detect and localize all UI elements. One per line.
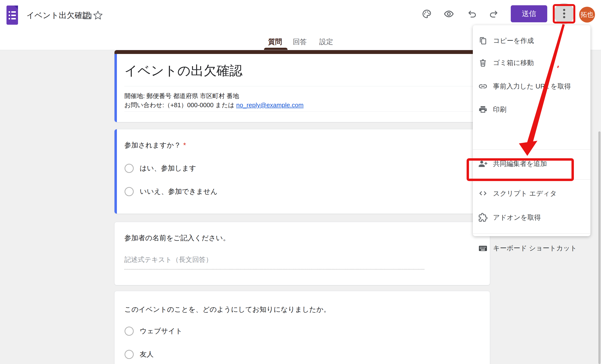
radio-option[interactable]: いいえ、参加できません [125, 187, 218, 196]
redo-icon [489, 9, 499, 19]
menu-divider [473, 233, 591, 234]
question-title: 参加されますか？* [124, 141, 186, 150]
tab-questions[interactable]: 質問 [268, 37, 282, 47]
menu-item-prefilled-url[interactable]: 事前入力した URL を取得 [473, 79, 591, 94]
google-forms-editor: イベント出欠確認 [0, 0, 601, 364]
radio-icon[interactable] [125, 164, 134, 173]
question-title: このイベントのことを、どのようにしてお知りになりましたか。 [124, 305, 331, 314]
annotation-box-script-editor [467, 158, 574, 181]
question-card-attendance[interactable]: 参加されますか？* はい、参加します いいえ、参加できません [114, 129, 490, 214]
tab-settings[interactable]: 設定 [319, 37, 333, 47]
tab-responses[interactable]: 回答 [293, 37, 307, 47]
redo-button[interactable] [489, 9, 499, 19]
radio-icon[interactable] [125, 326, 134, 336]
active-tab-underline [264, 48, 288, 50]
print-icon [478, 105, 488, 114]
code-icon [478, 189, 488, 198]
long-answer-input[interactable] [124, 269, 424, 269]
move-folder-button[interactable] [82, 10, 93, 21]
selected-indicator [114, 54, 117, 122]
form-title[interactable]: イベントの出欠確認 [124, 63, 242, 78]
question-card-referral[interactable]: このイベントのことを、どのようにしてお知りになりましたか。 ウェブサイト 友人 [114, 291, 490, 364]
puzzle-icon [478, 213, 488, 222]
eye-icon [443, 9, 454, 19]
undo-button[interactable] [467, 9, 477, 19]
question-title: 参加者の名前をご記入ください。 [124, 233, 230, 243]
more-options-menu: コピーを作成 ゴミ箱に移動 事前入力した URL を取得 印刷 共同編集者を追 [473, 25, 591, 236]
copy-icon [478, 36, 488, 46]
selected-indicator [114, 129, 117, 214]
star-icon [93, 10, 103, 20]
contact-text: お問い合わせ:（+81）000-0000 または [124, 101, 236, 109]
account-avatar[interactable]: 拓也 [579, 7, 595, 23]
radio-option[interactable]: 友人 [125, 350, 154, 359]
folder-icon [83, 10, 92, 20]
annotation-box-more-options [553, 4, 575, 23]
divider [124, 111, 480, 112]
form-header-card[interactable]: イベントの出欠確認 開催地: 郵便番号 都道府県 市区町村 番地 お問い合わせ:… [114, 50, 490, 122]
preview-button[interactable] [443, 9, 454, 19]
radio-option[interactable]: はい、参加します [125, 163, 196, 173]
link-icon [478, 82, 488, 91]
radio-icon[interactable] [125, 187, 134, 196]
long-answer-placeholder: 記述式テキスト（長文回答） [124, 255, 212, 264]
question-card-name[interactable]: 参加者の名前をご記入ください。 記述式テキスト（長文回答） [114, 222, 490, 285]
menu-item-get-addons[interactable]: アドオンを取得 [473, 210, 591, 225]
menu-item-move-to-trash[interactable]: ゴミ箱に移動 [473, 56, 591, 70]
forms-logo-icon[interactable] [7, 6, 18, 25]
palette-icon [422, 9, 432, 19]
theme-color-bar [114, 50, 490, 54]
document-title[interactable]: イベント出欠確認 [26, 10, 90, 20]
radio-option[interactable]: ウェブサイト [125, 326, 182, 336]
menu-item-script-editor[interactable]: スクリプト エディタ [473, 186, 591, 201]
keyboard-icon [478, 243, 488, 253]
radio-icon[interactable] [125, 350, 134, 359]
required-asterisk: * [181, 141, 186, 149]
menu-item-keyboard-shortcuts[interactable]: キーボード ショートカット [473, 241, 591, 255]
menu-item-print[interactable]: 印刷 [473, 102, 591, 117]
form-description-line2[interactable]: お問い合わせ:（+81）000-0000 または no_reply@exampl… [124, 100, 304, 110]
divider [124, 86, 480, 86]
email-link[interactable]: no_reply@example.com [236, 101, 304, 109]
send-button[interactable]: 送信 [511, 5, 547, 22]
star-button[interactable] [93, 10, 103, 21]
menu-item-make-copy[interactable]: コピーを作成 [473, 34, 591, 48]
menu-divider [473, 149, 591, 150]
form-description-line1[interactable]: 開催地: 郵便番号 都道府県 市区町村 番地 [124, 91, 239, 100]
customize-theme-button[interactable] [421, 9, 432, 19]
trash-icon [478, 58, 488, 68]
undo-icon [467, 9, 477, 19]
scrollbar-thumb[interactable] [598, 131, 601, 364]
